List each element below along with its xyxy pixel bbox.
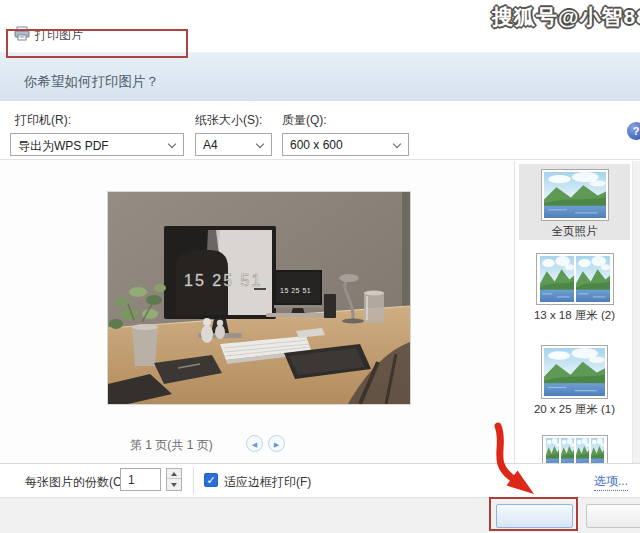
fit-to-frame-checkbox[interactable]: ✓ bbox=[204, 473, 218, 487]
watermark-text: 搜狐号@小智888 bbox=[492, 3, 640, 31]
thumbnail-image bbox=[561, 438, 574, 463]
copies-stepper bbox=[166, 468, 182, 491]
layout-option-wallet[interactable] bbox=[519, 435, 630, 463]
help-button[interactable]: ? bbox=[627, 122, 640, 140]
chevron-down-icon bbox=[393, 140, 401, 148]
paper-size-dropdown-value: A4 bbox=[203, 138, 218, 152]
chevron-down-icon bbox=[168, 140, 176, 148]
quality-dropdown[interactable]: 600 x 600 bbox=[282, 133, 409, 156]
layout-sidebar: 全页照片 13 x 18 厘米 (2) 20 x 25 厘米 (1) bbox=[515, 161, 640, 463]
help-icon: ? bbox=[633, 125, 640, 137]
page-title: 你希望如何打印图片？ bbox=[24, 73, 159, 91]
layout-option-label: 13 x 18 厘米 (2) bbox=[519, 309, 630, 322]
controls-row: 打印机(R): 纸张大小(S): 质量(Q): 导出为WPS PDF A4 60… bbox=[0, 101, 640, 160]
fit-to-frame-label: 适应边框打印(F) bbox=[224, 474, 311, 491]
thumbnail-image bbox=[591, 438, 604, 463]
print-preview-pane: 15 25 51 15 25 51 bbox=[0, 161, 514, 463]
cancel-button[interactable] bbox=[586, 504, 640, 528]
printer-dropdown[interactable]: 导出为WPS PDF bbox=[10, 133, 184, 156]
paper-size-label: 纸张大小(S): bbox=[195, 112, 262, 129]
window-title: 打印图片 bbox=[35, 27, 83, 44]
printer-dropdown-value: 导出为WPS PDF bbox=[18, 138, 109, 155]
thumbnail-image bbox=[544, 172, 606, 218]
sidebar-scrollbar[interactable] bbox=[632, 161, 640, 463]
chevron-down-icon bbox=[256, 140, 264, 148]
print-pictures-dialog: 打印图片 你希望如何打印图片？ 打印机(R): 纸张大小(S): 质量(Q): … bbox=[0, 0, 640, 533]
stepper-down-button[interactable] bbox=[167, 480, 181, 490]
layout-option-label: 全页照片 bbox=[519, 225, 630, 238]
quality-label: 质量(Q): bbox=[282, 112, 327, 129]
thumbnail-image bbox=[576, 256, 610, 302]
thumbnail-frame bbox=[541, 345, 608, 399]
thumbnail-image bbox=[544, 348, 605, 396]
preview-photo: 15 25 51 15 25 51 bbox=[108, 192, 410, 404]
printer-label: 打印机(R): bbox=[15, 112, 71, 129]
printer-icon bbox=[14, 26, 30, 41]
thumbnail-frame bbox=[536, 253, 614, 305]
thumbnail-frame bbox=[541, 169, 609, 221]
quality-dropdown-value: 600 x 600 bbox=[290, 138, 343, 152]
options-link[interactable]: 选项... bbox=[594, 473, 628, 491]
clock-display-small: 15 25 51 bbox=[280, 287, 311, 294]
page-status: 第 1 页(共 1 页) bbox=[130, 437, 213, 454]
header-banner: 你希望如何打印图片？ bbox=[0, 52, 640, 101]
paper-size-dropdown[interactable]: A4 bbox=[195, 133, 272, 156]
previous-page-button[interactable]: ◀ bbox=[246, 435, 263, 452]
next-page-button[interactable]: ▶ bbox=[268, 435, 285, 452]
layout-option-label: 20 x 25 厘米 (1) bbox=[519, 403, 630, 416]
copies-input[interactable]: 1 bbox=[120, 468, 161, 491]
arrow-left-icon: ◀ bbox=[252, 441, 257, 448]
bottom-bar bbox=[0, 497, 640, 533]
copies-label: 每张图片的份数(C): bbox=[25, 474, 129, 491]
thumbnail-frame bbox=[542, 435, 608, 463]
layout-option-full-page[interactable]: 全页照片 bbox=[519, 164, 630, 240]
layout-option-20x25[interactable]: 20 x 25 厘米 (1) bbox=[519, 345, 630, 416]
print-button[interactable] bbox=[496, 504, 573, 528]
footer-divider bbox=[193, 467, 194, 494]
stepper-up-button[interactable] bbox=[167, 469, 181, 479]
copies-value: 1 bbox=[128, 473, 135, 487]
options-row: 每张图片的份数(C): 1 ✓ 适应边框打印(F) 选项... bbox=[0, 463, 640, 497]
checkmark-icon: ✓ bbox=[206, 474, 215, 486]
thumbnail-image bbox=[576, 438, 589, 463]
layout-option-13x18[interactable]: 13 x 18 厘米 (2) bbox=[519, 253, 630, 322]
clock-display-large: 15 25 51 bbox=[184, 272, 262, 289]
thumbnail-image bbox=[540, 256, 574, 302]
arrow-right-icon: ▶ bbox=[274, 441, 279, 448]
main-area: 15 25 51 15 25 51 bbox=[0, 161, 640, 463]
thumbnail-image bbox=[546, 438, 559, 463]
